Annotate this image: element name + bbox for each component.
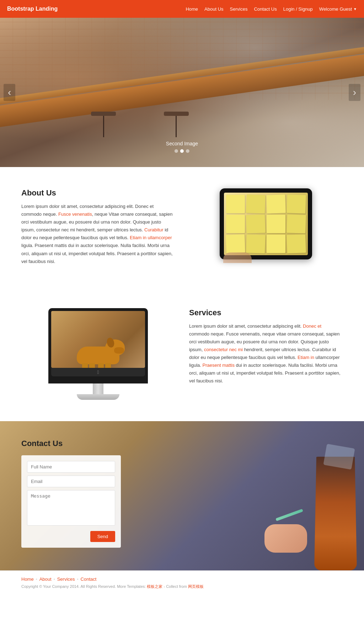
contact-email-input[interactable] <box>27 476 115 487</box>
nav-about[interactable]: About Us <box>204 6 223 12</box>
stool-leg-2 <box>176 116 177 137</box>
sticky-note <box>226 215 245 233</box>
about-title: About Us <box>21 188 175 198</box>
sticky-note <box>267 215 285 233</box>
carousel: ‹ › Second Image <box>0 18 364 167</box>
dog-snout <box>114 347 124 354</box>
ipad-hand <box>223 252 252 263</box>
about-text-col: About Us Lorem ipsum dolor sit amet, con… <box>21 188 175 265</box>
services-text: Lorem ipsum dolor sit amet, consectetur … <box>189 322 343 385</box>
sticky-note <box>246 194 266 214</box>
nav-home[interactable]: Home <box>186 6 198 12</box>
sticky-note <box>226 234 245 253</box>
carousel-dots <box>166 149 198 153</box>
ipad-mockup <box>220 188 312 259</box>
about-text: Lorem ipsum dolor sit amet, consectetur … <box>21 203 175 265</box>
sticky-note <box>246 234 266 253</box>
imac-screen-inner <box>51 311 145 368</box>
contact-send-button[interactable]: Send <box>90 531 115 542</box>
contact-form: Send <box>21 455 121 548</box>
stool-seat-1 <box>91 112 116 116</box>
ipad-screen <box>224 193 308 255</box>
navbar: Bootstrap Landing Home About Us Services… <box>0 0 364 18</box>
contact-title: Contact Us <box>21 439 343 448</box>
sticky-note <box>226 195 245 213</box>
carousel-dot-3[interactable] <box>186 149 189 153</box>
imac-screen-outer:  <box>48 308 148 383</box>
services-text-col: Services Lorem ipsum dolor sit amet, con… <box>189 308 343 385</box>
dog-leg-3 <box>98 363 104 368</box>
sticky-note <box>267 235 285 253</box>
dog-leg-4 <box>105 363 111 368</box>
carousel-prev[interactable]: ‹ <box>4 84 15 101</box>
about-section: About Us Lorem ipsum dolor sit amet, con… <box>0 167 364 287</box>
carousel-caption-text: Second Image <box>166 141 198 146</box>
contact-section: Contact Us Send <box>0 421 364 570</box>
dog-ear <box>106 337 116 348</box>
footer-sep-3: - <box>77 576 79 581</box>
footer-sep-1: - <box>36 576 37 581</box>
carousel-dot-1[interactable] <box>175 149 178 153</box>
nav-welcome[interactable]: Welcome Guest ▼ <box>319 6 357 12</box>
footer-link-contact[interactable]: Contact <box>81 576 97 582</box>
contact-name-input[interactable] <box>27 461 115 473</box>
imac-stand-base <box>77 394 119 400</box>
about-img-col <box>189 188 343 259</box>
footer-template-link[interactable]: 模板之家 <box>147 584 162 589</box>
footer-links: Home - About - Services - Contact <box>21 576 343 582</box>
dog-torso <box>77 347 119 364</box>
footer: Home - About - Services - Contact Copyri… <box>0 570 364 595</box>
imac-mockup:  <box>48 308 148 400</box>
sticky-note <box>287 234 306 253</box>
sticky-note <box>287 214 306 234</box>
imac-stand-neck <box>93 383 103 394</box>
sticky-note <box>266 194 286 214</box>
services-title: Services <box>189 308 343 317</box>
footer-link-home[interactable]: Home <box>21 576 34 582</box>
dog-silhouette <box>77 347 119 364</box>
footer-copyright: Copyright © Your Company 2014. All Right… <box>21 584 343 589</box>
nav-services[interactable]: Services <box>230 6 248 12</box>
navbar-brand: Bootstrap Landing <box>7 6 58 12</box>
sticky-note <box>246 214 266 234</box>
nav-contact[interactable]: Contact Us <box>254 6 277 12</box>
stool-leg-1 <box>103 116 104 137</box>
dog-leg-1 <box>82 363 88 368</box>
navbar-links: Home About Us Services Contact Us Login … <box>186 6 357 12</box>
dog-leg-2 <box>89 363 95 368</box>
footer-sep-2: - <box>54 576 55 581</box>
dog-head <box>105 339 125 355</box>
services-img-col:  <box>21 308 175 400</box>
services-section:  Services Lorem ipsum dolor sit amet, c… <box>0 287 364 421</box>
stool-2 <box>164 112 189 137</box>
stool-1 <box>91 112 116 137</box>
stool-seat-2 <box>164 112 189 116</box>
carousel-next[interactable]: › <box>349 84 360 101</box>
footer-collect-link[interactable]: 网页模板 <box>188 584 204 589</box>
apple-icon:  <box>97 369 99 375</box>
contact-content: Contact Us Send <box>21 439 343 548</box>
footer-link-about[interactable]: About <box>39 576 52 582</box>
imac-chin:  <box>51 368 145 376</box>
carousel-caption: Second Image <box>166 141 198 153</box>
footer-link-services[interactable]: Services <box>57 576 75 582</box>
carousel-dot-2[interactable] <box>180 149 184 153</box>
sticky-note <box>287 194 306 214</box>
contact-message-textarea[interactable] <box>27 490 115 526</box>
nav-login[interactable]: Login / Signup <box>283 6 313 12</box>
